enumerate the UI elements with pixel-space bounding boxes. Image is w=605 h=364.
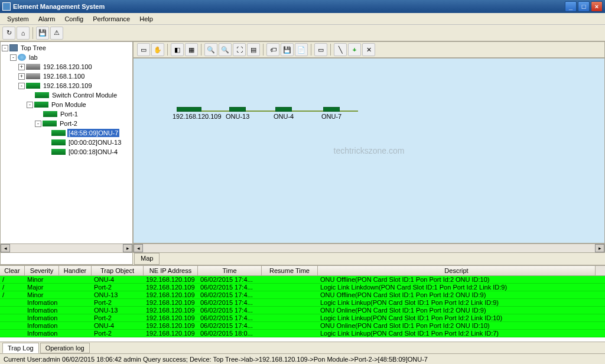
tab-trap-log[interactable]: Trap Log xyxy=(2,343,39,353)
export-icon[interactable]: 📄 xyxy=(295,43,308,56)
log-row[interactable]: InfomationPort-2192.168.120.10906/02/201… xyxy=(0,330,605,337)
canvas-pane: ▭ ✋ ◧ ▦ 🔍 🔍 ⛶ ▤ 🏷 💾 📄 ▭ ╲ + ✕ 192.1 xyxy=(133,41,605,265)
device-icon xyxy=(229,107,246,112)
expander-icon[interactable]: - xyxy=(27,102,33,108)
watermark-text: techtrickszone.com xyxy=(334,146,405,155)
grid-icon[interactable]: ▦ xyxy=(185,43,198,56)
toolbar-save-icon[interactable]: 💾 xyxy=(36,27,49,40)
save-icon[interactable]: 💾 xyxy=(281,43,294,56)
log-header: Clear Severity Handler Trap Object NE IP… xyxy=(0,266,605,276)
statusbar: Current User:admin 06/02/2015 18:06:42 a… xyxy=(0,353,605,364)
log-col-handler[interactable]: Handler xyxy=(59,266,92,275)
tree-host-1-100[interactable]: + 192.168.1.100 xyxy=(2,72,131,81)
log-col-clear[interactable]: Clear xyxy=(0,266,25,275)
menu-config[interactable]: Config xyxy=(60,14,88,24)
tree-pane[interactable]: - Top Tree - lab + 192.168.120.100 + 19 xyxy=(0,41,133,265)
pan-icon[interactable]: ✋ xyxy=(151,43,164,56)
app-icon xyxy=(2,2,11,11)
menu-system[interactable]: System xyxy=(2,14,34,24)
log-row[interactable]: InfomationONU-13192.168.120.10906/02/201… xyxy=(0,307,605,314)
port-icon xyxy=(43,121,57,126)
menu-help[interactable]: Help xyxy=(135,14,158,24)
onu-icon xyxy=(51,139,66,145)
canvas-onu-4[interactable]: ONU-4 xyxy=(274,107,294,120)
tree-port-1[interactable]: Port-1 xyxy=(2,109,131,119)
toolbar-warning-icon[interactable]: ⚠ xyxy=(50,27,63,40)
expander-icon[interactable]: - xyxy=(2,45,8,51)
scroll-right-icon[interactable]: ▸ xyxy=(123,244,132,252)
tree-lab[interactable]: - lab xyxy=(2,53,131,62)
tree-host-100[interactable]: + 192.168.120.100 xyxy=(2,62,131,72)
tree-host-109[interactable]: - 192.168.120.109 xyxy=(2,81,131,90)
log-vscrollbar[interactable] xyxy=(596,266,605,275)
zoom-in-icon[interactable]: 🔍 xyxy=(204,43,217,56)
tree-pon-module[interactable]: - Pon Module xyxy=(2,100,131,109)
tree-port-2[interactable]: - Port-2 xyxy=(2,119,131,128)
zoom-out-icon[interactable]: 🔍 xyxy=(219,43,232,56)
log-row[interactable]: InfomationPort-2192.168.120.10906/02/201… xyxy=(0,314,605,322)
tree-root-icon xyxy=(9,44,18,51)
scroll-left-icon[interactable]: ◂ xyxy=(134,244,143,252)
log-col-ne-ip[interactable]: NE IP Address xyxy=(144,266,198,275)
log-col-time[interactable]: Time xyxy=(198,266,262,275)
tag-icon[interactable]: 🏷 xyxy=(266,43,279,56)
card-icon[interactable]: ▭ xyxy=(314,43,327,56)
globe-icon xyxy=(18,54,26,61)
window-titlebar: Element Management System _ □ × xyxy=(0,0,605,13)
log-col-severity[interactable]: Severity xyxy=(25,266,59,275)
main-toolbar: ↻ ⌂ 💾 ⚠ xyxy=(0,25,605,41)
minimize-button[interactable]: _ xyxy=(565,1,577,12)
canvas-onu-13[interactable]: ONU-13 xyxy=(226,107,249,120)
toolbar-home-icon[interactable]: ⌂ xyxy=(17,27,30,40)
close-button[interactable]: × xyxy=(591,1,603,12)
tree-switch-module[interactable]: Switch Control Module xyxy=(2,90,131,100)
menu-performance[interactable]: Performance xyxy=(88,14,135,24)
menubar: System Alarm Config Performance Help xyxy=(0,13,605,25)
log-col-trap-object[interactable]: Trap Object xyxy=(92,266,144,275)
scroll-right-icon[interactable]: ▸ xyxy=(595,244,604,252)
module-icon xyxy=(35,92,49,98)
log-col-resume[interactable]: Resume Time xyxy=(262,266,318,275)
tab-operation-log[interactable]: Operation log xyxy=(40,343,90,353)
canvas-host-device[interactable]: 192.168.120.109 xyxy=(173,107,206,120)
tool-icon[interactable]: ◧ xyxy=(171,43,184,56)
maximize-button[interactable]: □ xyxy=(578,1,590,12)
log-col-descript[interactable]: Descript xyxy=(318,266,596,275)
log-body[interactable]: /MinorONU-4192.168.120.10906/02/2015 17:… xyxy=(0,276,605,342)
tree-root[interactable]: - Top Tree xyxy=(2,43,131,53)
log-row[interactable]: InfomationPort-2192.168.120.10906/02/201… xyxy=(0,299,605,307)
main-area: - Top Tree - lab + 192.168.120.100 + 19 xyxy=(0,41,605,265)
topology-canvas[interactable]: 192.168.120.109 ONU-13 ONU-4 ONU-7 techt… xyxy=(133,58,605,243)
toolbar-separator xyxy=(32,27,33,39)
device-label: ONU-4 xyxy=(274,113,294,120)
expander-icon[interactable]: - xyxy=(35,121,41,127)
tree-onu-4[interactable]: [00:00:18]ONU-4 xyxy=(2,147,131,157)
scroll-left-icon[interactable]: ◂ xyxy=(1,244,10,252)
module-icon xyxy=(34,102,48,108)
log-row[interactable]: InfomationONU-4192.168.120.10906/02/2015… xyxy=(0,322,605,330)
canvas-onu-7[interactable]: ONU-7 xyxy=(321,107,341,120)
toolbar-refresh-icon[interactable]: ↻ xyxy=(2,27,15,40)
tree-onu-7[interactable]: [48:5B:09]ONU-7 xyxy=(2,128,131,138)
pointer-icon[interactable]: ▭ xyxy=(137,43,150,56)
add-icon[interactable]: + xyxy=(348,43,361,56)
log-row[interactable]: /MinorONU-13192.168.120.10906/02/2015 17… xyxy=(0,291,605,299)
log-row[interactable]: /MajorPort-2192.168.120.10906/02/2015 17… xyxy=(0,284,605,291)
device-icon xyxy=(275,107,292,112)
expander-icon[interactable]: - xyxy=(18,83,25,89)
menu-alarm[interactable]: Alarm xyxy=(34,14,60,24)
status-text: Current User:admin 06/02/2015 18:06:42 a… xyxy=(4,356,428,363)
delete-icon[interactable]: ✕ xyxy=(362,43,375,56)
onu-icon xyxy=(51,149,66,155)
window-title: Element Management System xyxy=(13,3,564,10)
expander-icon[interactable]: + xyxy=(18,64,25,70)
expander-icon[interactable]: + xyxy=(18,73,25,80)
canvas-hscrollbar[interactable]: ◂ ▸ xyxy=(133,243,605,253)
line-icon[interactable]: ╲ xyxy=(334,43,347,56)
log-row[interactable]: /MinorONU-4192.168.120.10906/02/2015 17:… xyxy=(0,276,605,284)
tree-hscrollbar[interactable]: ◂ ▸ xyxy=(0,243,133,253)
layout-icon[interactable]: ▤ xyxy=(247,43,260,56)
expander-icon[interactable]: - xyxy=(10,54,17,61)
tree-onu-13[interactable]: [00:00:02]ONU-13 xyxy=(2,138,131,147)
fit-icon[interactable]: ⛶ xyxy=(233,43,246,56)
